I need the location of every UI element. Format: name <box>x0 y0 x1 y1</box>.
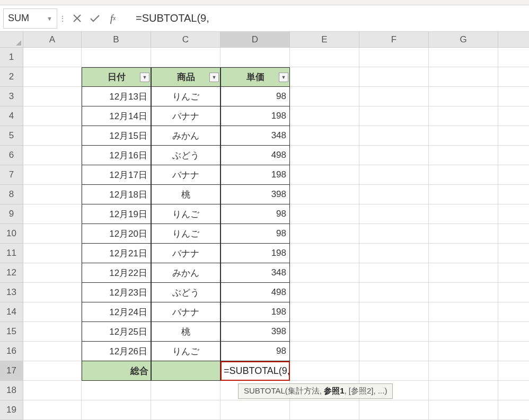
cell-date-14[interactable]: 12月24日 <box>82 302 151 322</box>
cell-A8[interactable] <box>23 185 82 204</box>
cell-date-11[interactable]: 12月21日 <box>82 244 151 263</box>
row-header-12[interactable]: 12 <box>0 263 23 283</box>
cell-date-7[interactable]: 12月17日 <box>82 165 151 185</box>
cell-H13[interactable] <box>498 283 529 302</box>
row-header-3[interactable]: 3 <box>0 87 23 106</box>
editing-cell-D17[interactable]: =SUBTOTAL(9, <box>221 361 290 381</box>
cell-A13[interactable] <box>23 283 82 302</box>
enter-button[interactable] <box>86 8 104 29</box>
cell-A5[interactable] <box>23 126 82 146</box>
cell-H15[interactable] <box>498 322 529 342</box>
function-tooltip[interactable]: SUBTOTAL(集計方法, 参照1, [参照2], ...) <box>238 383 393 399</box>
row-header-13[interactable]: 13 <box>0 283 23 302</box>
cell-H10[interactable] <box>498 224 529 244</box>
cell-product-4[interactable]: バナナ <box>151 106 221 126</box>
cell-E15[interactable] <box>290 322 359 342</box>
column-header-E[interactable]: E <box>290 32 359 48</box>
filter-dropdown-icon[interactable]: ▼ <box>140 73 149 82</box>
cell-E4[interactable] <box>290 106 359 126</box>
cell-price-14[interactable]: 198 <box>221 302 290 322</box>
cell-H19[interactable] <box>498 400 529 420</box>
cell-G15[interactable] <box>429 322 498 342</box>
cell-date-3[interactable]: 12月13日 <box>82 87 151 106</box>
filter-dropdown-icon[interactable]: ▼ <box>279 73 288 82</box>
cell-A11[interactable] <box>23 244 82 263</box>
column-header-B[interactable]: B <box>82 32 151 48</box>
cell-A7[interactable] <box>23 165 82 185</box>
cell-G19[interactable] <box>429 400 498 420</box>
cell-G17[interactable] <box>429 361 498 381</box>
cell-price-13[interactable]: 498 <box>221 283 290 302</box>
filter-dropdown-icon[interactable]: ▼ <box>209 73 219 82</box>
name-box[interactable]: SUM ▼ <box>3 8 57 29</box>
cell-product-10[interactable]: りんご <box>151 224 221 244</box>
cell-A14[interactable] <box>23 302 82 322</box>
row-header-5[interactable]: 5 <box>0 126 23 146</box>
cell-G6[interactable] <box>429 146 498 165</box>
name-box-dropdown-icon[interactable]: ▼ <box>47 15 52 22</box>
cell-product-9[interactable]: りんご <box>151 204 221 224</box>
cell-G16[interactable] <box>429 342 498 361</box>
cell-A9[interactable] <box>23 204 82 224</box>
cell-price-9[interactable]: 98 <box>221 204 290 224</box>
cell-A18[interactable] <box>23 381 82 400</box>
column-header-F[interactable]: F <box>359 32 429 48</box>
cell-product-5[interactable]: みかん <box>151 126 221 146</box>
cell-product-13[interactable]: ぶどう <box>151 283 221 302</box>
cell-H2[interactable] <box>498 67 529 87</box>
cell-G5[interactable] <box>429 126 498 146</box>
cell-E12[interactable] <box>290 263 359 283</box>
cell-H4[interactable] <box>498 106 529 126</box>
cell-F9[interactable] <box>359 204 429 224</box>
cell-product-12[interactable]: みかん <box>151 263 221 283</box>
cell-C19[interactable] <box>151 400 221 420</box>
cell-F12[interactable] <box>359 263 429 283</box>
cell-F15[interactable] <box>359 322 429 342</box>
cell-D1[interactable] <box>221 48 290 67</box>
cell-date-6[interactable]: 12月16日 <box>82 146 151 165</box>
cell-G12[interactable] <box>429 263 498 283</box>
header-date[interactable]: 日付▼ <box>82 67 151 87</box>
cell-A4[interactable] <box>23 106 82 126</box>
column-header-D[interactable]: D <box>221 32 290 48</box>
cell-product-16[interactable]: りんご <box>151 342 221 361</box>
cell-F4[interactable] <box>359 106 429 126</box>
cell-E8[interactable] <box>290 185 359 204</box>
cell-E11[interactable] <box>290 244 359 263</box>
cell-price-3[interactable]: 98 <box>221 87 290 106</box>
cell-C17[interactable] <box>151 361 221 381</box>
row-header-18[interactable]: 18 <box>0 381 23 400</box>
select-all-corner[interactable] <box>0 32 23 48</box>
cell-F10[interactable] <box>359 224 429 244</box>
cell-product-8[interactable]: 桃 <box>151 185 221 204</box>
row-header-9[interactable]: 9 <box>0 204 23 224</box>
cell-price-8[interactable]: 398 <box>221 185 290 204</box>
cell-F8[interactable] <box>359 185 429 204</box>
cell-F16[interactable] <box>359 342 429 361</box>
cell-F7[interactable] <box>359 165 429 185</box>
grid[interactable]: 日付▼商品▼単価▼12月13日りんご9812月14日バナナ19812月15日みか… <box>23 48 529 420</box>
cell-F13[interactable] <box>359 283 429 302</box>
cell-G18[interactable] <box>429 381 498 400</box>
cell-G1[interactable] <box>429 48 498 67</box>
cell-E10[interactable] <box>290 224 359 244</box>
cell-price-16[interactable]: 98 <box>221 342 290 361</box>
cell-H18[interactable] <box>498 381 529 400</box>
cell-H8[interactable] <box>498 185 529 204</box>
row-header-15[interactable]: 15 <box>0 322 23 342</box>
cell-E13[interactable] <box>290 283 359 302</box>
cell-A10[interactable] <box>23 224 82 244</box>
cell-price-6[interactable]: 498 <box>221 146 290 165</box>
cell-product-3[interactable]: りんご <box>151 87 221 106</box>
cell-A3[interactable] <box>23 87 82 106</box>
row-header-19[interactable]: 19 <box>0 400 23 420</box>
cell-F6[interactable] <box>359 146 429 165</box>
cell-H16[interactable] <box>498 342 529 361</box>
cell-D19[interactable] <box>221 400 290 420</box>
cell-product-15[interactable]: 桃 <box>151 322 221 342</box>
cell-G3[interactable] <box>429 87 498 106</box>
cell-E1[interactable] <box>290 48 359 67</box>
cell-date-12[interactable]: 12月22日 <box>82 263 151 283</box>
insert-function-button[interactable]: fx <box>104 8 122 29</box>
cell-F11[interactable] <box>359 244 429 263</box>
